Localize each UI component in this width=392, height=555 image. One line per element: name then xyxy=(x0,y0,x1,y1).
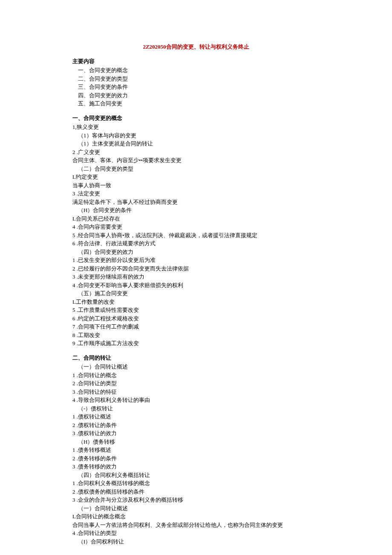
body-line: （四）合同权利义务概括转让 xyxy=(72,471,320,479)
body-line: 2 .债权债务的概括转移的条件 xyxy=(72,488,320,496)
body-line: （一）合同转让概述 xyxy=(72,363,320,371)
body-line: L合同关系已经存在 xyxy=(72,215,320,223)
section1-header: 一、合同变更的概念 xyxy=(72,114,320,122)
body-line: 1 .债权转让概述 xyxy=(72,413,320,421)
body-line: 合同当事人一方依法将合同权利、义务全部或部分转让给他人，也称为合同主体的变更 xyxy=(72,521,320,529)
body-line: （五）施工合同变更 xyxy=(72,289,320,298)
main-item: 五、施工合同变更 xyxy=(72,99,320,108)
body-line: 满足特定条件下，当事人不经过协商而变更 xyxy=(72,198,320,206)
main-item: 二、合同变更的类型 xyxy=(72,75,320,83)
main-item: 三、合同变更的条件 xyxy=(72,83,320,91)
body-line: （1）主体变更就是合同的转让 xyxy=(72,139,320,148)
body-line: L工作数量的改变 xyxy=(72,298,320,306)
body-line: 4 .导致合同权利义务转让的事由 xyxy=(72,396,320,404)
body-line: 3 .合同转让的特征 xyxy=(72,388,320,396)
body-line: 7 .合同项下任何工作的删减 xyxy=(72,323,320,331)
body-line: 1 .已发生变更的部分以变更后为准 xyxy=(72,256,320,264)
body-line: 3 .未变更部分继续原有的效力 xyxy=(72,273,320,281)
section1-body: 1,狭义变更 （1）客体与内容的变更 （1）主体变更就是合同的转让 2 .广义变… xyxy=(72,123,320,348)
body-line: （二）合同变更的类型 xyxy=(72,165,320,173)
body-line: 3 .企业的合并与分立涉及权利义务的概括转移 xyxy=(72,496,320,504)
body-line: 2 .债权转让的条件 xyxy=(72,421,320,430)
body-line: 4 .合同变更不影响当事人要求赔偿损失的权利 xyxy=(72,281,320,290)
main-header: 主要内容 xyxy=(72,57,320,66)
body-line: 2 .债务转移的条件 xyxy=(72,454,320,463)
document-title: 2Z202050合同的变更、转让与权利义务终止 xyxy=(72,43,320,51)
body-line: 合同主体、客体、内容至少••项要求发生变更 xyxy=(72,156,320,165)
body-line: 5 .工作质量或特性需要改变 xyxy=(72,306,320,314)
body-line: 4 .合同转让的类型 xyxy=(72,529,320,538)
body-line: L合同转让的概念概念 xyxy=(72,512,320,521)
body-line: 6 .约定的工程技术规格改变 xyxy=(72,314,320,323)
main-contents-list: 一、合同变更的概念 二、合同变更的类型 三、合同变更的条件 四、合同变更的效力 … xyxy=(72,66,320,108)
body-line: 1,狭义变更 xyxy=(72,123,320,131)
body-line: L约定变更 xyxy=(72,173,320,181)
body-line: （H）债务转移 xyxy=(72,438,320,446)
body-line: 当事人协商一致 xyxy=(72,181,320,190)
main-item: 一、合同变更的概念 xyxy=(72,66,320,75)
body-line: （一）合同转让概述 xyxy=(72,504,320,513)
body-line: （H）合同变更的条件 xyxy=(72,206,320,215)
body-line: 5 .经合同当事人协商•致，或法院判决、仲裁庭裁决，或者援引法律直接规定 xyxy=(72,231,320,240)
body-line: 3 .债务转移的效力 xyxy=(72,462,320,471)
body-line: 2 .合同转让的类型 xyxy=(72,379,320,388)
body-line: 9 .工作顺序或施工方法改变 xyxy=(72,339,320,348)
body-line: （四）合同变更的效力 xyxy=(72,248,320,256)
body-line: 1 .合同转让的概念 xyxy=(72,371,320,380)
body-line: 8 .工期改变 xyxy=(72,331,320,340)
body-line: （-）债权转让 xyxy=(72,404,320,413)
body-line: 3 .债权转让的效力 xyxy=(72,429,320,438)
body-line: 2 .已经履行的部分不因合同变更而失去法律依据 xyxy=(72,264,320,273)
body-line: 2 .广义变更 xyxy=(72,148,320,157)
section2-header: 二、合同的转让 xyxy=(72,354,320,362)
body-line: （I）合同权利转让 xyxy=(72,538,320,546)
main-item: 四、合同变更的效力 xyxy=(72,91,320,100)
body-line: 1 .合同权利义务概括转移的概念 xyxy=(72,479,320,488)
body-line: 1 .债务转移概述 xyxy=(72,446,320,454)
section2-body: （一）合同转让概述 1 .合同转让的概念 2 .合同转让的类型 3 .合同转让的… xyxy=(72,363,320,546)
body-line: （1）客体与内容的变更 xyxy=(72,131,320,140)
body-line: 4 .合同内容需要变更 xyxy=(72,223,320,231)
body-line: 3 .法定变更 xyxy=(72,189,320,198)
body-line: 6 .符合法律、行政法规要求的方式 xyxy=(72,239,320,248)
